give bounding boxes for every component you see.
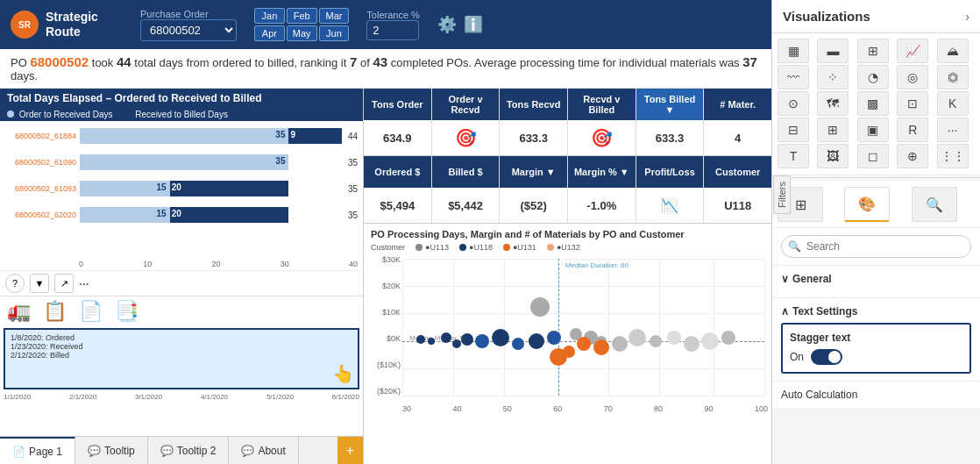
viz-icon-custom1[interactable]: ⊕ (897, 144, 928, 168)
scatter-point-blue (475, 334, 489, 348)
month-feb[interactable]: Feb (287, 8, 317, 24)
stagger-toggle[interactable] (811, 349, 842, 365)
u131-dot (503, 244, 510, 251)
metric-customer: Customer U118 (704, 156, 771, 223)
metric-value-tons-order: 634.9 (364, 120, 431, 155)
summary-mid3: of (360, 56, 373, 69)
metric-header-ordered: Ordered $ (364, 156, 431, 188)
viz-icon-more[interactable]: ··· (937, 118, 969, 142)
viz-icon-scatter[interactable]: ⁘ (817, 65, 849, 89)
date-ordered: 1/8/2020: Ordered (11, 333, 352, 342)
bar-light: 15 (80, 181, 170, 196)
viz-icon-line[interactable]: 📈 (897, 39, 928, 63)
metric-value-billed: $5,442 (432, 188, 500, 223)
month-mar[interactable]: Mar (319, 8, 350, 24)
viz-icon-kpi[interactable]: K (937, 91, 969, 116)
data-panel: Tons Order 634.9 Order v Recvd 🎯 Tons Re… (364, 89, 771, 464)
scatter-point-blue (492, 329, 509, 346)
viz-expand-btn[interactable]: › (965, 10, 969, 24)
viz-icon-pie[interactable]: ◔ (857, 65, 889, 89)
auto-calc-label: Auto Calculation (781, 389, 857, 401)
viz-icon-text[interactable]: T (778, 144, 809, 168)
month-jun[interactable]: Jun (319, 25, 350, 41)
filter-icon-btn[interactable]: ⚙️ (437, 15, 457, 34)
metric-header-billed: Billed $ (432, 156, 500, 188)
viz-icon-custom2[interactable]: ⋮⋮ (937, 144, 969, 168)
svg-text:SR: SR (18, 20, 32, 30)
page1-icon: 📄 (12, 446, 25, 458)
viz-header: Visualizations › (772, 0, 980, 33)
scatter-point-orange (593, 339, 609, 355)
filters-tab[interactable]: Filters (773, 175, 791, 214)
tab-page1[interactable]: 📄 Page 1 (0, 437, 75, 464)
month-jan[interactable]: Jan (254, 8, 285, 24)
viz-analytics-btn[interactable]: 🔍 (912, 187, 957, 222)
viz-icon-funnel[interactable]: ⏣ (937, 65, 969, 89)
legend-dark-dot (124, 111, 131, 118)
stagger-text-label: Stagger text (790, 332, 962, 344)
viz-icon-image[interactable]: 🖼 (817, 144, 849, 168)
scatter-title: PO Processing Days, Margin and # of Mate… (367, 227, 768, 241)
chevron-down-icon: ∨ (781, 273, 789, 285)
viz-divider (772, 177, 980, 178)
viz-format-btn[interactable]: 🎨 (844, 187, 890, 222)
viz-icon-slicer[interactable]: ⊟ (778, 118, 809, 142)
metric-recvd-billed: Recvd v Billed 🎯 (568, 89, 636, 155)
vline (764, 259, 765, 396)
summary-pre: PO (11, 56, 30, 69)
metric-header-profit-loss: Profit/Loss (636, 156, 704, 188)
viz-icon-line2[interactable]: 〰 (778, 65, 809, 89)
metric-header-order-recvd: Order v Recvd (432, 89, 500, 120)
viz-icon-r[interactable]: R (897, 118, 928, 142)
viz-icon-table[interactable]: ⊞ (817, 118, 849, 142)
metric-value-customer: U118 (704, 188, 771, 223)
tab-about[interactable]: 💬 About (229, 437, 298, 464)
po-select[interactable]: 68000502 (140, 19, 237, 41)
tab-add-btn[interactable]: + (337, 437, 363, 464)
more-btn[interactable]: ··· (79, 276, 89, 290)
median-duration-line (558, 259, 559, 396)
viz-panel: Visualizations › ▦ ▬ ⊞ 📈 ⛰ 〰 ⁘ ◔ ◎ ⏣ ⊙ 🗺… (771, 0, 980, 464)
viz-icon-gauge[interactable]: ⊙ (778, 91, 809, 116)
tolerance-input[interactable] (366, 20, 419, 40)
viz-icon-card[interactable]: ▣ (857, 118, 889, 142)
viz-general-section: ∨ General (772, 265, 980, 297)
export-btn[interactable]: ↗ (54, 274, 74, 293)
viz-text-settings-title[interactable]: ∧ Text Settings (781, 305, 971, 318)
viz-general-title[interactable]: ∨ General (781, 273, 971, 285)
metric-header-materials: # Mater. (704, 89, 771, 120)
viz-icon-treemap[interactable]: ▩ (857, 91, 889, 116)
month-apr[interactable]: Apr (254, 25, 285, 41)
date-billed: 2/12/2020: Billed (11, 351, 352, 360)
viz-icon-clustered[interactable]: ⊞ (857, 39, 889, 63)
tab-tooltip2[interactable]: 💬 Tooltip 2 (148, 437, 230, 464)
month-may[interactable]: May (287, 25, 317, 41)
tab-bar: 📄 Page 1 💬 Tooltip 💬 Tooltip 2 💬 About + (0, 436, 363, 464)
logo: SR Strategic Route (9, 9, 123, 40)
viz-icon-donut[interactable]: ◎ (897, 65, 928, 89)
metric-header-tons-order: Tons Order (364, 89, 431, 120)
scatter-chart: $30K $20K $10K $0K ($10K) ($20K) (367, 255, 768, 413)
viz-icon-shape[interactable]: ◻ (857, 144, 889, 168)
viz-icon-matrix[interactable]: ⊡ (897, 91, 928, 116)
info-icon-btn[interactable]: ℹ️ (464, 15, 483, 34)
main-content: Total Days Elapsed – Ordered to Received… (0, 89, 771, 464)
summary-rank: 7 (350, 54, 357, 69)
scatter-point-grey (684, 336, 699, 352)
bar-container: 35 9 (80, 128, 344, 144)
filter-btn[interactable]: ▼ (30, 274, 49, 293)
viz-icon-area[interactable]: ⛰ (937, 39, 969, 63)
tab-tooltip[interactable]: 💬 Tooltip (75, 437, 148, 464)
toggle-row: On (790, 349, 962, 365)
viz-text-settings-section: ∧ Text Settings Stagger text On (772, 297, 980, 381)
help-btn[interactable]: ? (5, 274, 25, 293)
bar-container: 15 20 (80, 181, 344, 196)
viz-search-input[interactable] (781, 235, 971, 258)
bar-label: 68000502_62020 (5, 211, 80, 219)
bar-total: 35 (348, 158, 358, 168)
timeline-x-axis: 1/1/2020 2/1/2020 3/1/2020 4/1/2020 5/1/… (0, 391, 363, 403)
u132-dot (547, 244, 554, 251)
viz-icon-bar[interactable]: ▬ (817, 39, 849, 63)
viz-icon-stacked-bar[interactable]: ▦ (778, 39, 809, 63)
viz-icon-map[interactable]: 🗺 (817, 91, 849, 116)
